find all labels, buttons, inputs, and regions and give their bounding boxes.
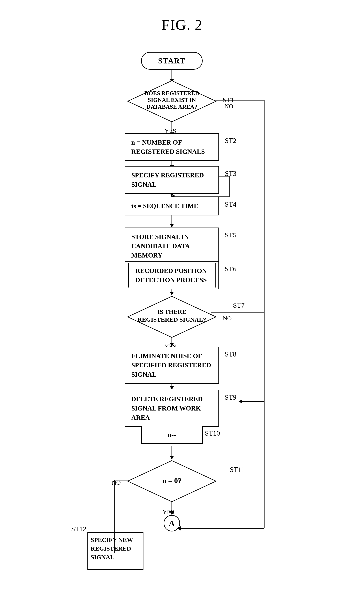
st11-no-label: NO: [112, 479, 121, 486]
svg-text:SIGNAL EXIST IN: SIGNAL EXIST IN: [148, 97, 196, 103]
figure-title: FIG. 2: [161, 16, 202, 33]
page: FIG. 2: [0, 8, 364, 606]
st6-label: ST6: [225, 265, 236, 273]
svg-marker-20: [170, 386, 174, 390]
connector-a: A: [164, 515, 180, 531]
st5-box: STORE SIGNAL IN CANDIDATE DATA MEMORY ST…: [125, 227, 219, 264]
st9-text: DELETE REGISTERED SIGNAL FROM WORK AREA: [125, 390, 219, 427]
st8-box: ELIMINATE NOISE OF SPECIFIED REGISTERED …: [125, 347, 219, 384]
st9-box: DELETE REGISTERED SIGNAL FROM WORK AREA …: [125, 390, 219, 427]
st6-box: RECORDED POSITION DETECTION PROCESS ST6: [125, 262, 219, 289]
svg-marker-11: [170, 224, 174, 227]
st5-label: ST5: [225, 231, 236, 239]
svg-marker-15: [170, 292, 174, 295]
st2-label: ST2: [225, 137, 236, 145]
st10-box: n-- ST10: [141, 426, 203, 444]
st12-box: SPECIFY NEW REGISTERED SIGNAL ST12: [88, 532, 143, 565]
st11-label: ST11: [230, 466, 245, 474]
st3-box: SPECIFY REGISTERED SIGNAL ST3: [125, 166, 219, 194]
st7-diamond: IS THERE REGISTERED SIGNAL? ST7 NO YES: [127, 295, 217, 339]
st5-text: STORE SIGNAL IN CANDIDATE DATA MEMORY: [125, 227, 219, 264]
st4-label: ST4: [225, 200, 236, 208]
st11-yes-label: YES: [163, 508, 174, 515]
svg-text:DOES REGISTERED: DOES REGISTERED: [144, 90, 199, 96]
svg-text:DATABASE AREA?: DATABASE AREA?: [146, 104, 197, 110]
st7-label: ST7: [233, 302, 245, 309]
st8-label: ST8: [225, 350, 236, 358]
st2-text: n = NUMBER OF REGISTERED SIGNALS: [125, 133, 219, 161]
st7-no-label: NO: [223, 315, 232, 322]
st2-box: n = NUMBER OF REGISTERED SIGNALS ST2: [125, 133, 219, 161]
svg-text:n = 0?: n = 0?: [162, 477, 182, 485]
st1-diamond: DOES REGISTERED SIGNAL EXIST IN DATABASE…: [127, 80, 217, 124]
st12-text: SPECIFY NEW REGISTERED SIGNAL: [88, 532, 143, 565]
st6-text: RECORDED POSITION DETECTION PROCESS: [125, 262, 219, 289]
st12-label: ST12: [71, 525, 86, 533]
st3-text: SPECIFY REGISTERED SIGNAL: [125, 166, 219, 194]
svg-text:REGISTERED SIGNAL?: REGISTERED SIGNAL?: [137, 316, 206, 323]
flowchart: START DOES REGISTERED SIGNAL EXIST IN DA…: [69, 44, 295, 598]
st11-diamond: n = 0? ST11 NO YES: [127, 460, 217, 503]
start-node: START: [141, 52, 203, 70]
svg-marker-23: [239, 399, 242, 404]
start-label: START: [141, 52, 203, 70]
st4-text: ts = SEQUENCE TIME: [125, 197, 219, 215]
st10-label: ST10: [205, 429, 220, 437]
svg-marker-26: [170, 456, 174, 460]
connector-a-label: A: [169, 518, 175, 528]
st3-label: ST3: [225, 170, 236, 177]
st10-text: n--: [141, 426, 203, 444]
st4-box: ts = SEQUENCE TIME ST4: [125, 197, 219, 215]
st8-text: ELIMINATE NOISE OF SPECIFIED REGISTERED …: [125, 347, 219, 384]
svg-text:IS THERE: IS THERE: [157, 308, 186, 315]
st1-no-label: NO: [224, 103, 233, 110]
st9-label: ST9: [225, 394, 236, 401]
